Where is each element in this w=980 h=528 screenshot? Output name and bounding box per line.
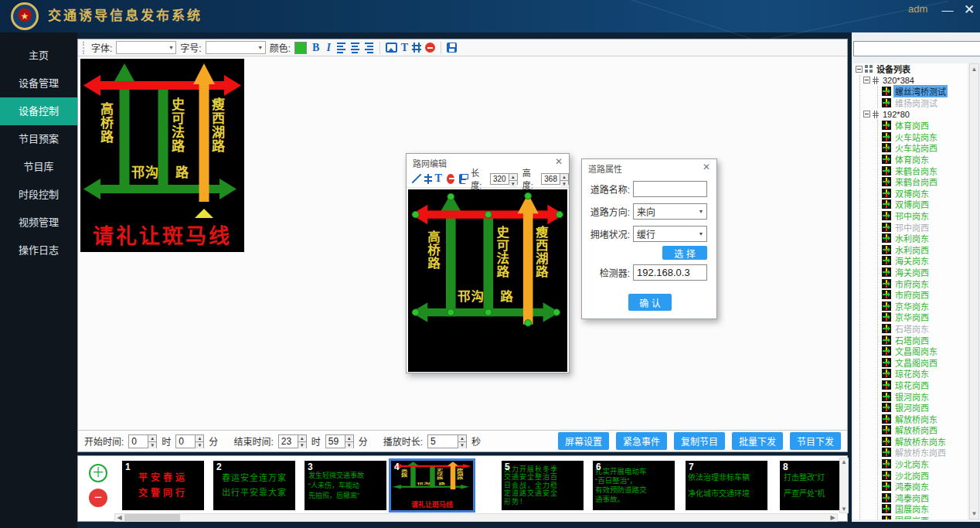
- device-item[interactable]: 螺丝湾桥测试: [878, 86, 968, 97]
- length-spinner[interactable]: 320▲▼: [490, 173, 518, 185]
- dialog-close-icon[interactable]: ✕: [703, 162, 710, 172]
- device-item[interactable]: 文昌阁岗西: [878, 356, 968, 368]
- font-size-select[interactable]: ▼: [206, 41, 266, 54]
- logged-in-user[interactable]: adm: [908, 3, 927, 15]
- device-item[interactable]: 体育岗西: [878, 120, 968, 131]
- insert-text-icon[interactable]: T: [401, 42, 408, 54]
- bold-button[interactable]: B: [311, 42, 321, 54]
- end-hour-spinner[interactable]: 23▲▼: [278, 434, 307, 448]
- vertical-scrollbar[interactable]: ▲ ▼: [839, 458, 849, 513]
- device-item[interactable]: 沙北岗东: [878, 458, 968, 470]
- device-item[interactable]: 银河岗东: [878, 390, 968, 402]
- align-right-icon[interactable]: [364, 43, 374, 53]
- color-swatch[interactable]: [294, 42, 307, 54]
- minimize-button[interactable]: —: [939, 2, 956, 19]
- move-node-icon[interactable]: [424, 174, 430, 184]
- sidebar-item[interactable]: 时段控制: [0, 181, 77, 209]
- device-item[interactable]: 海关岗西: [878, 267, 968, 278]
- insert-text-icon[interactable]: T: [435, 172, 442, 185]
- spinner-arrows-icon[interactable]: ▲▼: [148, 435, 156, 448]
- device-item[interactable]: 国展岗东: [878, 503, 968, 515]
- spinner-arrows-icon[interactable]: ▲▼: [195, 435, 203, 448]
- device-item[interactable]: 来鹤台岗东: [878, 165, 968, 176]
- device-item[interactable]: 火车站岗西: [878, 142, 968, 154]
- close-button[interactable]: ✕: [961, 2, 978, 19]
- toolbar-grip[interactable]: [83, 42, 86, 54]
- insert-image-icon[interactable]: [386, 43, 397, 53]
- start-hour-spinner[interactable]: 0▲▼: [128, 434, 157, 448]
- delete-icon[interactable]: [447, 174, 454, 184]
- device-item[interactable]: 鸿泰岗西: [878, 492, 968, 504]
- road-name-input[interactable]: [633, 181, 707, 197]
- save-icon[interactable]: [459, 174, 467, 184]
- device-item[interactable]: 市府岗东: [878, 278, 968, 289]
- sidebar-item[interactable]: 视频管理: [0, 209, 77, 237]
- device-item[interactable]: 国展岗西: [878, 515, 968, 519]
- playlist-item-3[interactable]: 3 发生轻微交通事故“人未伤，车能动先拍照，后撤离”: [305, 461, 386, 510]
- select-detector-button[interactable]: 选 择: [662, 246, 707, 260]
- spinner-arrows-icon[interactable]: ▲▼: [345, 435, 353, 448]
- dialog-close-icon[interactable]: ✕: [555, 156, 563, 167]
- device-item[interactable]: 邗中岗西: [878, 221, 968, 233]
- device-item[interactable]: 邗中岗东: [878, 210, 968, 222]
- collapse-icon[interactable]: [856, 66, 863, 73]
- road-edit-canvas[interactable]: 高桥路 史可法路 瘦西湖路 邗沟 路: [408, 189, 567, 372]
- scroll-up-icon[interactable]: ▲: [970, 64, 978, 74]
- align-center-icon[interactable]: [350, 43, 360, 53]
- device-item[interactable]: 火车站岗东: [878, 131, 968, 143]
- playlist-item-2[interactable]: 2 春运安全连万家出行平安靠大家: [213, 461, 295, 510]
- spinner-arrows-icon[interactable]: ▲▼: [509, 174, 517, 184]
- device-item[interactable]: 水利岗东: [878, 233, 968, 244]
- device-item[interactable]: 银河岗西: [878, 402, 968, 414]
- playlist-item-1[interactable]: 1 平安春运交警同行: [122, 461, 204, 510]
- confirm-button[interactable]: 确 认: [628, 294, 672, 311]
- sidebar-item[interactable]: 主页: [0, 42, 77, 70]
- start-minute-spinner[interactable]: 0▲▼: [175, 434, 204, 448]
- device-group-320x384[interactable]: 320*384: [860, 75, 968, 87]
- scroll-down-icon[interactable]: ▼: [840, 506, 848, 513]
- device-item[interactable]: 水利岗西: [878, 244, 968, 256]
- playlist-item-6[interactable]: 6 扎实开展电动车“百日整治”，有效预防道路交通事故。: [593, 461, 675, 510]
- device-item[interactable]: 双博岗西: [878, 199, 968, 210]
- font-family-select[interactable]: ▼: [116, 41, 176, 54]
- delete-icon[interactable]: [425, 43, 435, 53]
- device-item[interactable]: 解放桥东岗西: [878, 447, 968, 458]
- device-item[interactable]: 维扬岗测试: [878, 97, 968, 109]
- sidebar-item[interactable]: 操作日志: [0, 237, 77, 264]
- playlist-item-7[interactable]: 7 依法治理非标车辆净化城市交通环境: [686, 461, 767, 510]
- device-item[interactable]: 体育岗东: [878, 154, 968, 165]
- device-item[interactable]: 解放桥岗东: [878, 413, 968, 424]
- detector-input[interactable]: [633, 264, 707, 281]
- collapse-icon[interactable]: [863, 111, 870, 118]
- batch-send-button[interactable]: 批量下发: [732, 432, 783, 450]
- playlist-item-8[interactable]: 8 打击整改“灯严查严处“机: [780, 461, 840, 510]
- device-item[interactable]: 鸿泰岗东: [878, 481, 968, 492]
- end-minute-spinner[interactable]: 59▲▼: [325, 434, 354, 448]
- spinner-arrows-icon[interactable]: ▲▼: [560, 174, 568, 184]
- device-tree-scrollbar[interactable]: ▲ ▼: [969, 63, 979, 519]
- spinner-arrows-icon[interactable]: ▲▼: [458, 435, 466, 448]
- scrollbar-thumb[interactable]: [124, 514, 180, 521]
- sidebar-item[interactable]: 设备管理: [0, 70, 77, 97]
- save-icon[interactable]: [447, 43, 457, 53]
- device-item[interactable]: 石塔岗西: [878, 334, 968, 346]
- device-item[interactable]: 琼花岗东: [878, 368, 968, 380]
- duration-spinner[interactable]: 5▲▼: [427, 434, 467, 448]
- device-item[interactable]: 沙北岗西: [878, 469, 968, 481]
- device-search-input[interactable]: [853, 41, 980, 56]
- spinner-arrows-icon[interactable]: ▲▼: [298, 435, 306, 448]
- road-direction-select[interactable]: 来向▼: [633, 203, 707, 220]
- device-item[interactable]: 解放桥东岗东: [878, 436, 968, 448]
- playlist-item-5[interactable]: 5 大力开展秋冬季交通安全整治百日会战，全力稳定道路交通安全形势！: [502, 461, 584, 510]
- device-item[interactable]: 琼花岗西: [878, 380, 968, 391]
- height-spinner[interactable]: 368▲▼: [541, 173, 569, 185]
- device-item[interactable]: 京华岗西: [878, 312, 968, 323]
- device-item[interactable]: 市府岗西: [878, 289, 968, 301]
- road-network-icon[interactable]: [412, 43, 421, 53]
- emergency-event-button[interactable]: 紧急事件: [616, 432, 667, 450]
- scroll-right-icon[interactable]: ▶: [829, 514, 837, 521]
- scroll-up-icon[interactable]: ▲: [840, 458, 848, 465]
- program-send-button[interactable]: 节目下发: [790, 432, 841, 450]
- align-left-icon[interactable]: [336, 43, 346, 53]
- device-group-192x80[interactable]: 192*80: [860, 108, 968, 120]
